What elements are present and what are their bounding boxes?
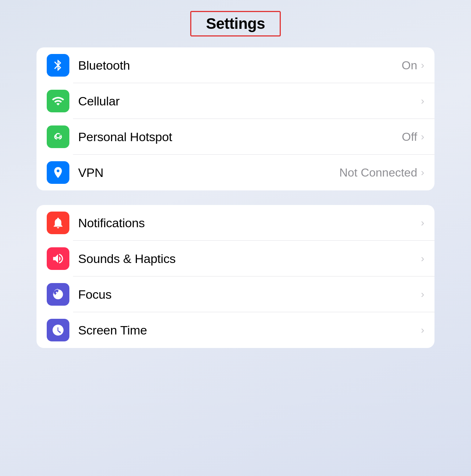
bluetooth-label: Bluetooth xyxy=(78,58,402,73)
system-group: Notifications › Sounds & Haptics › Focus… xyxy=(37,205,434,348)
bluetooth-value: On xyxy=(402,59,417,72)
focus-row[interactable]: Focus › xyxy=(37,276,434,312)
cellular-label: Cellular xyxy=(78,94,421,108)
screen-time-row[interactable]: Screen Time › xyxy=(37,312,434,348)
focus-label: Focus xyxy=(78,287,421,302)
vpn-icon-wrapper xyxy=(47,161,69,184)
hotspot-icon-wrapper xyxy=(47,125,69,148)
notifications-icon-wrapper xyxy=(47,212,69,234)
focus-chevron: › xyxy=(421,289,424,300)
sounds-chevron: › xyxy=(421,253,424,264)
cellular-chevron: › xyxy=(421,95,424,107)
bluetooth-icon xyxy=(51,59,65,72)
screentime-icon-wrapper xyxy=(47,319,69,341)
bluetooth-row[interactable]: Bluetooth On › xyxy=(37,47,434,83)
screentime-icon xyxy=(51,324,65,337)
screentime-chevron: › xyxy=(421,324,424,336)
hotspot-chevron: › xyxy=(421,131,424,143)
vpn-icon xyxy=(51,166,65,179)
notifications-icon xyxy=(51,216,65,229)
page-title-box: Settings xyxy=(190,11,281,36)
hotspot-icon xyxy=(51,130,65,143)
vpn-chevron: › xyxy=(421,167,424,178)
screen-time-label: Screen Time xyxy=(78,323,421,337)
sounds-icon xyxy=(51,252,65,265)
bluetooth-chevron: › xyxy=(421,59,424,71)
vpn-label: VPN xyxy=(78,166,339,180)
focus-icon-wrapper xyxy=(47,283,69,306)
bluetooth-icon-wrapper xyxy=(47,54,69,77)
cellular-row[interactable]: Cellular › xyxy=(37,83,434,119)
focus-icon xyxy=(51,288,65,301)
notifications-label: Notifications xyxy=(78,216,421,230)
page-title: Settings xyxy=(206,15,265,32)
cellular-icon xyxy=(51,94,65,108)
vpn-row[interactable]: VPN Not Connected › xyxy=(37,155,434,190)
connectivity-group: Bluetooth On › Cellular › Personal Hotsp… xyxy=(37,47,434,190)
notifications-chevron: › xyxy=(421,217,424,229)
sounds-icon-wrapper xyxy=(47,247,69,270)
hotspot-value: Off xyxy=(402,130,417,144)
notifications-row[interactable]: Notifications › xyxy=(37,205,434,241)
sounds-label: Sounds & Haptics xyxy=(78,252,421,266)
hotspot-row[interactable]: Personal Hotspot Off › xyxy=(37,119,434,155)
hotspot-label: Personal Hotspot xyxy=(78,130,402,144)
sounds-row[interactable]: Sounds & Haptics › xyxy=(37,241,434,276)
cellular-icon-wrapper xyxy=(47,90,69,112)
vpn-value: Not Connected xyxy=(339,166,417,179)
